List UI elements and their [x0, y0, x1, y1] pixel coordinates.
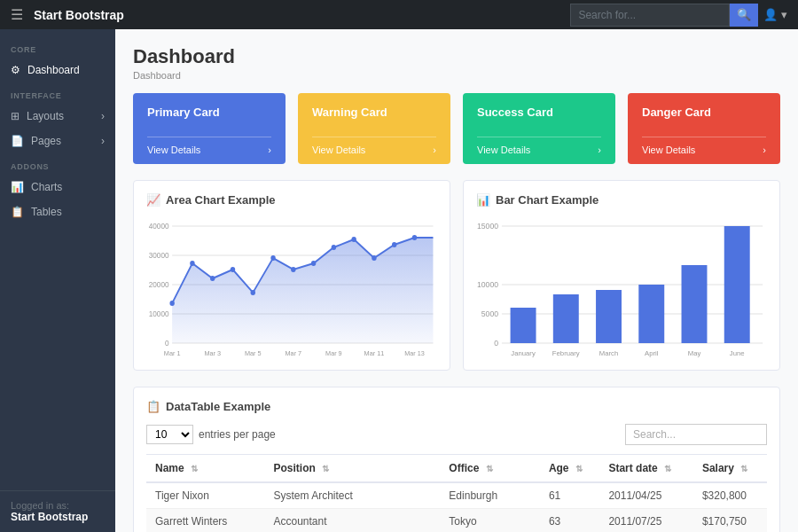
search-button[interactable]: 🔍 — [730, 4, 758, 27]
svg-point-22 — [412, 235, 417, 240]
svg-point-12 — [210, 276, 215, 281]
svg-text:15000: 15000 — [477, 222, 498, 231]
sidebar-item-label-dashboard: Dashboard — [27, 64, 80, 76]
svg-text:5000: 5000 — [481, 309, 498, 318]
datatable-title: 📋 DataTable Example — [146, 400, 767, 413]
sidebar-item-pages[interactable]: 📄 Pages › — [0, 129, 115, 153]
col-age[interactable]: Age ⇅ — [540, 455, 600, 483]
svg-point-19 — [351, 237, 356, 242]
pages-icon: 📄 — [11, 135, 24, 147]
table-body: Tiger NixonSystem ArchitectEdinburgh6120… — [146, 482, 767, 532]
cell-position: System Architect — [264, 482, 440, 509]
cell-salary: $320,800 — [693, 482, 767, 509]
cell-start_date: 2011/04/25 — [599, 482, 693, 509]
primary-card: Primary Card View Details › — [133, 93, 286, 164]
sidebar-footer: Logged in as: Start Bootstrap — [0, 490, 115, 532]
sort-icon-age: ⇅ — [575, 464, 583, 473]
svg-point-11 — [190, 261, 194, 266]
svg-point-20 — [372, 255, 376, 261]
svg-text:February: February — [552, 349, 580, 357]
search-bar: 🔍 — [570, 4, 758, 27]
brand-name: Start Bootstrap — [34, 8, 124, 22]
sidebar-item-layouts[interactable]: ⊞ Layouts › — [0, 104, 115, 129]
svg-text:Mar 11: Mar 11 — [364, 349, 385, 357]
warning-card-link[interactable]: View Details › — [312, 137, 436, 155]
svg-point-10 — [169, 301, 174, 306]
col-position[interactable]: Position ⇅ — [264, 455, 440, 483]
svg-point-17 — [311, 261, 316, 266]
chevron-right-icon-primary: › — [268, 145, 271, 155]
cell-office: Edinburgh — [440, 482, 540, 509]
svg-point-16 — [291, 267, 295, 272]
datatable-controls: 10 25 50 100 entries per page — [146, 424, 767, 445]
svg-text:0: 0 — [165, 339, 169, 348]
danger-card: Danger Card View Details › — [628, 93, 780, 164]
area-chart-icon: 📈 — [146, 193, 160, 207]
navbar-left: ☰ Start Bootstrap — [11, 6, 124, 23]
cell-age: 63 — [540, 509, 600, 533]
svg-text:March: March — [599, 349, 618, 357]
sort-icon-startdate: ⇅ — [664, 464, 671, 473]
svg-text:Mar 5: Mar 5 — [245, 349, 262, 357]
col-name[interactable]: Name ⇅ — [146, 455, 264, 483]
svg-text:20000: 20000 — [149, 280, 169, 289]
area-chart-title: 📈 Area Chart Example — [146, 193, 437, 207]
sidebar-section-addons: ADDONS — [0, 153, 115, 175]
charts-icon: 📊 — [11, 181, 24, 193]
svg-point-13 — [231, 267, 235, 272]
svg-text:Mar 9: Mar 9 — [325, 349, 342, 357]
sidebar-item-charts[interactable]: 📊 Charts — [0, 175, 115, 200]
svg-text:40000: 40000 — [149, 222, 169, 231]
tables-icon: 📋 — [11, 206, 24, 218]
col-office[interactable]: Office ⇅ — [440, 455, 540, 483]
warning-card: Warning Card View Details › — [298, 93, 450, 164]
svg-point-14 — [251, 290, 255, 295]
sidebar-nav: CORE ⚙ Dashboard INTERFACE ⊞ Layouts › 📄 — [0, 36, 115, 224]
svg-point-18 — [332, 245, 336, 250]
search-input[interactable] — [570, 4, 730, 27]
primary-card-link[interactable]: View Details › — [147, 137, 271, 155]
svg-text:January: January — [511, 349, 536, 357]
col-startdate[interactable]: Start date ⇅ — [599, 455, 693, 483]
cell-salary: $170,750 — [693, 509, 767, 533]
success-card: Success Card View Details › — [463, 93, 615, 164]
svg-rect-41 — [638, 285, 664, 343]
breadcrumb: Dashboard — [133, 70, 780, 81]
danger-card-link[interactable]: View Details › — [642, 137, 766, 155]
svg-rect-40 — [596, 290, 622, 343]
datatable-card: 📋 DataTable Example 10 25 50 100 entries… — [133, 387, 780, 532]
hamburger-icon[interactable]: ☰ — [11, 6, 23, 23]
layouts-icon: ⊞ — [11, 110, 20, 122]
bar-chart: 15000 10000 5000 0 — [476, 215, 767, 357]
entries-select[interactable]: 10 25 50 100 — [146, 425, 193, 444]
svg-point-15 — [270, 255, 275, 261]
svg-rect-43 — [724, 226, 750, 343]
col-salary[interactable]: Salary ⇅ — [693, 455, 767, 483]
sidebar-item-tables[interactable]: 📋 Tables — [0, 200, 115, 224]
chevron-right-icon-danger: › — [763, 145, 766, 155]
sidebar-section-interface: INTERFACE — [0, 82, 115, 104]
area-chart-card: 📈 Area Chart Example 40000 30000 20000 1… — [133, 180, 450, 371]
sidebar-item-label-layouts: Layouts — [27, 110, 64, 122]
cell-start_date: 2011/07/25 — [599, 509, 693, 533]
svg-point-21 — [392, 242, 396, 247]
table-row: Tiger NixonSystem ArchitectEdinburgh6120… — [146, 482, 767, 509]
main-content: Dashboard Dashboard Primary Card View De… — [115, 29, 798, 532]
sidebar-item-dashboard[interactable]: ⚙ Dashboard — [0, 58, 115, 82]
table-header: Name ⇅ Position ⇅ Office ⇅ Age ⇅ Start d… — [146, 455, 767, 483]
svg-rect-39 — [553, 294, 579, 343]
svg-rect-42 — [682, 265, 708, 343]
success-card-link[interactable]: View Details › — [477, 137, 601, 155]
table-search — [625, 424, 767, 445]
bar-chart-icon: 📊 — [476, 193, 490, 207]
user-menu[interactable]: 👤 ▾ — [763, 8, 787, 21]
svg-text:0: 0 — [494, 339, 498, 348]
table-search-input[interactable] — [625, 424, 767, 445]
svg-text:10000: 10000 — [477, 280, 498, 289]
cell-age: 61 — [540, 482, 600, 509]
area-chart: 40000 30000 20000 10000 0 — [146, 215, 437, 357]
main-wrapper: CORE ⚙ Dashboard INTERFACE ⊞ Layouts › 📄 — [0, 29, 798, 532]
table-row: Garrett WintersAccountantTokyo632011/07/… — [146, 509, 767, 533]
sidebar: CORE ⚙ Dashboard INTERFACE ⊞ Layouts › 📄 — [0, 29, 115, 532]
bar-chart-card: 📊 Bar Chart Example 15000 10000 5000 0 — [463, 180, 780, 371]
